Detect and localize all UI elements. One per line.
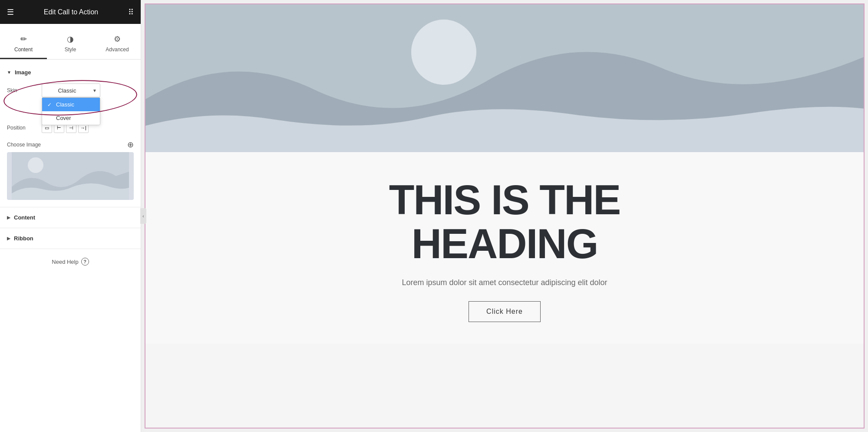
- skin-field-row: Skin Classic ▼ ✓ Classic Cover: [0, 80, 141, 101]
- skin-option-cover-label: Cover: [56, 115, 71, 121]
- skin-dropdown-wrapper: Classic ▼ ✓ Classic Cover: [42, 83, 100, 97]
- hero-heading-line2: HEADING: [412, 220, 598, 267]
- content-section-arrow: ▶: [7, 215, 10, 220]
- image-placeholder[interactable]: [7, 152, 134, 200]
- image-section-header[interactable]: ▼ Image: [0, 65, 141, 80]
- tab-content[interactable]: ✏ Content: [0, 30, 47, 59]
- grid-icon[interactable]: ⠿: [128, 7, 134, 17]
- position-label: Position: [7, 125, 42, 131]
- advanced-tab-label: Advanced: [106, 47, 129, 53]
- hero-svg-mountains: [145, 4, 864, 152]
- content-tab-icon: ✏: [20, 34, 27, 44]
- ribbon-section-arrow: ▶: [7, 236, 10, 241]
- tab-advanced[interactable]: ⚙ Advanced: [94, 30, 141, 59]
- hero-text-section: THIS IS THE HEADING Lorem ipsum dolor si…: [145, 152, 864, 344]
- skin-dropdown-menu: ✓ Classic Cover: [42, 97, 100, 125]
- hero-subtext: Lorem ipsum dolor sit amet consectetur a…: [402, 278, 607, 287]
- hero-image-section: [145, 4, 864, 152]
- need-help-label: Need Help: [52, 259, 78, 265]
- choose-image-row: Choose Image ⊕: [0, 136, 141, 152]
- skin-option-cover[interactable]: Cover: [42, 111, 100, 125]
- divider-1: [0, 207, 141, 207]
- ribbon-section-label: Ribbon: [14, 235, 33, 242]
- skin-control: Classic ▼ ✓ Classic Cover: [42, 83, 134, 97]
- need-help-row[interactable]: Need Help ?: [0, 251, 141, 272]
- hero-cta-button[interactable]: Click Here: [469, 301, 541, 322]
- content-tab-label: Content: [14, 47, 33, 53]
- style-tab-label: Style: [65, 47, 76, 53]
- canvas-wrapper: THIS IS THE HEADING Lorem ipsum dolor si…: [145, 3, 865, 429]
- image-section-title: Image: [15, 69, 31, 76]
- panel-header: ☰ Edit Call to Action ⠿: [0, 0, 141, 24]
- content-section-label: Content: [14, 214, 35, 221]
- left-panel: ☰ Edit Call to Action ⠿ ✏ Content ◑ Styl…: [0, 0, 141, 432]
- right-panel: THIS IS THE HEADING Lorem ipsum dolor si…: [141, 0, 868, 432]
- panel-collapse-handle[interactable]: ‹: [140, 208, 146, 224]
- tab-style[interactable]: ◑ Style: [47, 30, 94, 59]
- divider-2: [0, 228, 141, 228]
- hamburger-icon[interactable]: ☰: [7, 7, 14, 17]
- hero-heading-line1: THIS IS THE: [389, 176, 620, 223]
- content-section-collapsed[interactable]: ▶ Content: [0, 209, 141, 226]
- image-section-arrow: ▼: [7, 70, 11, 75]
- checkmark-icon: ✓: [47, 102, 53, 108]
- svg-point-1: [28, 157, 43, 173]
- style-tab-icon: ◑: [67, 34, 74, 44]
- skin-option-classic[interactable]: ✓ Classic: [42, 98, 100, 111]
- divider-3: [0, 249, 141, 249]
- skin-dropdown-trigger[interactable]: Classic: [42, 83, 100, 97]
- hero-heading: THIS IS THE HEADING: [389, 178, 620, 266]
- svg-point-3: [411, 20, 476, 85]
- panel-content: ▼ Image Skin Classic ▼ ✓ Classic: [0, 60, 141, 432]
- choose-image-label: Choose Image: [7, 142, 41, 148]
- advanced-tab-icon: ⚙: [114, 34, 121, 44]
- skin-option-classic-label: Classic: [56, 101, 74, 108]
- image-plus-button[interactable]: ⊕: [127, 140, 134, 150]
- skin-label: Skin: [7, 87, 42, 93]
- panel-tabs: ✏ Content ◑ Style ⚙ Advanced: [0, 24, 141, 60]
- panel-title: Edit Call to Action: [44, 8, 98, 16]
- image-placeholder-svg: [7, 152, 134, 200]
- ribbon-section-collapsed[interactable]: ▶ Ribbon: [0, 230, 141, 247]
- help-icon: ?: [81, 258, 89, 266]
